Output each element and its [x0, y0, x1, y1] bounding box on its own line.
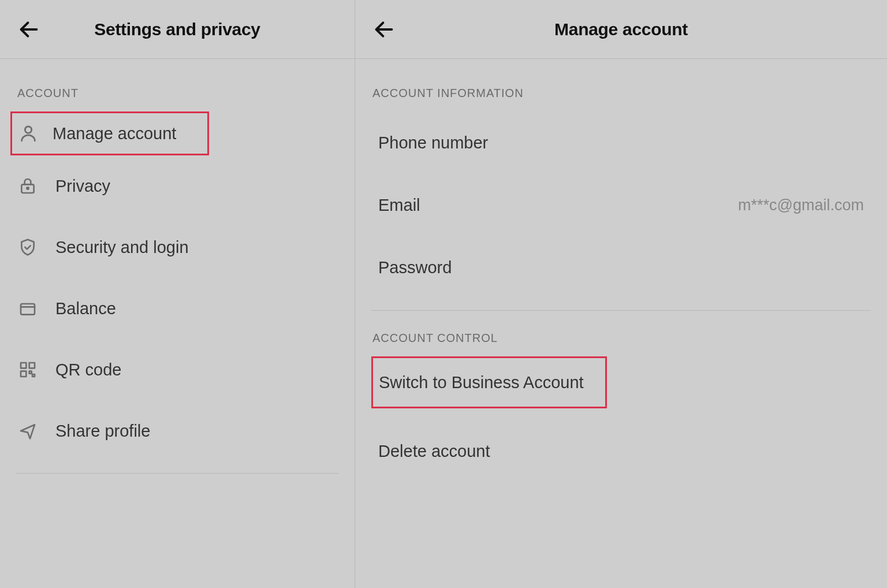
security-label: Security and login: [55, 238, 189, 257]
manage-account-panel: Manage account ACCOUNT INFORMATION Phone…: [355, 0, 887, 588]
manage-account-title: Manage account: [355, 20, 887, 39]
settings-panel: Settings and privacy ACCOUNT Manage acco…: [0, 0, 355, 588]
svg-point-1: [25, 126, 31, 133]
list-item-qr-code[interactable]: QR code: [0, 339, 355, 400]
settings-header: Settings and privacy: [0, 0, 355, 59]
list-item-privacy[interactable]: Privacy: [0, 155, 355, 217]
privacy-label: Privacy: [55, 177, 110, 196]
section-account: ACCOUNT: [0, 59, 355, 111]
svg-point-3: [27, 187, 28, 189]
svg-rect-8: [29, 371, 32, 374]
manage-account-header: Manage account: [355, 0, 887, 59]
row-switch-business[interactable]: Switch to Business Account: [371, 356, 607, 408]
list-item-manage-account[interactable]: Manage account: [10, 111, 209, 155]
spacer: [355, 408, 887, 420]
row-delete-account[interactable]: Delete account: [355, 420, 887, 482]
delete-account-label: Delete account: [378, 442, 490, 461]
row-email[interactable]: Email m***c@gmail.com: [355, 174, 887, 236]
section-account-control: ACCOUNT CONTROL: [355, 311, 887, 356]
section-account-info: ACCOUNT INFORMATION: [355, 59, 887, 111]
balance-label: Balance: [55, 299, 116, 318]
list-item-balance[interactable]: Balance: [0, 278, 355, 339]
lock-icon: [17, 176, 38, 196]
back-button-settings[interactable]: [16, 17, 42, 42]
row-phone[interactable]: Phone number: [355, 111, 887, 174]
manage-account-label: Manage account: [53, 124, 176, 143]
svg-rect-9: [32, 374, 35, 377]
person-icon: [18, 123, 39, 144]
list-item-security[interactable]: Security and login: [0, 217, 355, 278]
qr-code-label: QR code: [55, 360, 121, 379]
list-item-share-profile[interactable]: Share profile: [0, 400, 355, 462]
back-arrow-icon: [372, 18, 396, 41]
wallet-icon: [17, 298, 38, 319]
email-label: Email: [378, 196, 420, 215]
svg-rect-4: [21, 304, 35, 315]
switch-business-label: Switch to Business Account: [379, 373, 584, 392]
qr-code-icon: [17, 359, 38, 380]
shield-icon: [17, 237, 38, 258]
svg-rect-7: [21, 371, 26, 377]
back-button-manage[interactable]: [371, 17, 397, 42]
settings-title: Settings and privacy: [0, 20, 355, 39]
divider: [16, 473, 338, 474]
svg-rect-6: [29, 363, 35, 368]
password-label: Password: [378, 258, 452, 277]
row-password[interactable]: Password: [355, 236, 887, 299]
svg-rect-5: [21, 363, 26, 368]
phone-label: Phone number: [378, 133, 488, 152]
email-value: m***c@gmail.com: [738, 196, 864, 214]
share-profile-label: Share profile: [55, 422, 150, 441]
share-icon: [17, 420, 38, 441]
back-arrow-icon: [17, 18, 40, 41]
